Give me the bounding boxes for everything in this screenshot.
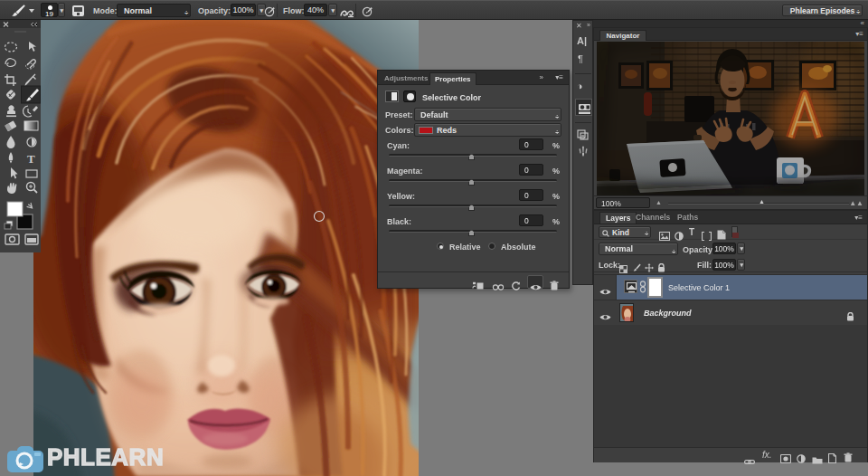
svg-text:5: 5 (581, 134, 585, 140)
svg-text:T: T (27, 152, 35, 166)
